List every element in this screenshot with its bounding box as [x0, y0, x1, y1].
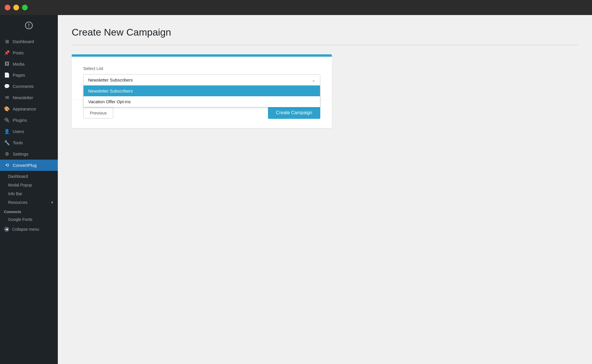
appearance-icon: 🎨: [4, 106, 10, 112]
settings-icon: ⚙: [4, 151, 10, 157]
campaign-card: Select List Newsletter Subscribers ⌄ New…: [72, 54, 332, 128]
sidebar-sub-info-bar[interactable]: Info Bar: [0, 189, 58, 198]
sidebar-sub-resources[interactable]: Resources ▼: [0, 198, 58, 207]
previous-button[interactable]: Previous: [83, 107, 113, 119]
sidebar-item-pages[interactable]: 📄 Pages: [0, 69, 58, 81]
create-campaign-button[interactable]: Create Campaign: [268, 107, 320, 119]
convertplug-submenu: Dashboard Modal Popup Info Bar Resources…: [0, 172, 58, 207]
sidebar: ⊞ Dashboard 📌 Posts 🖼 Media 📄 Pages 💬 Co…: [0, 15, 58, 364]
divider: [72, 45, 578, 45]
chevron-down-icon: ⌄: [312, 78, 315, 82]
sidebar-sub-modal-popup[interactable]: Modal Popup: [0, 181, 58, 189]
users-icon: 👤: [4, 129, 10, 134]
collapse-icon: ◀: [4, 227, 9, 232]
sidebar-item-dashboard[interactable]: ⊞ Dashboard: [0, 36, 58, 47]
titlebar: [0, 0, 592, 15]
sidebar-item-newsletter[interactable]: ✉ Newsletter: [0, 92, 58, 103]
sidebar-item-convertplug[interactable]: ⟲ ConvertPlug: [0, 160, 58, 171]
pages-icon: 📄: [4, 72, 10, 78]
minimize-button[interactable]: [13, 5, 19, 10]
select-display[interactable]: Newsletter Subscribers ⌄: [83, 74, 320, 86]
convertplug-icon: ⟲: [4, 162, 10, 168]
connects-label: Connects: [0, 207, 58, 215]
card-body: Select List Newsletter Subscribers ⌄ New…: [72, 57, 332, 97]
card-top-bar: [72, 54, 332, 57]
close-button[interactable]: [5, 5, 10, 10]
select-container: Newsletter Subscribers ⌄ Newsletter Subs…: [83, 74, 320, 86]
sidebar-item-users[interactable]: 👤 Users: [0, 126, 58, 137]
sidebar-item-comments[interactable]: 💬 Comments: [0, 81, 58, 92]
sidebar-sub-dashboard[interactable]: Dashboard: [0, 172, 58, 181]
comments-icon: 💬: [4, 84, 10, 89]
select-dropdown: Newsletter Subscribers Vacation Offer Op…: [83, 86, 320, 107]
sidebar-item-tools[interactable]: 🔧 Tools: [0, 137, 58, 148]
collapse-menu[interactable]: ◀ Collapse menu: [0, 224, 58, 235]
newsletter-icon: ✉: [4, 95, 10, 100]
sidebar-sub-google-fonts[interactable]: Google Fonts: [0, 215, 58, 224]
dashboard-icon: ⊞: [4, 39, 10, 44]
sidebar-item-appearance[interactable]: 🎨 Appearance: [0, 103, 58, 114]
select-option-vacation[interactable]: Vacation Offer Opt-ins: [84, 96, 320, 107]
select-list-label: Select List: [83, 66, 320, 71]
sidebar-item-settings[interactable]: ⚙ Settings: [0, 148, 58, 160]
select-value: Newsletter Subscribers: [88, 77, 133, 82]
media-icon: 🖼: [4, 61, 10, 66]
posts-icon: 📌: [4, 50, 10, 56]
select-option-newsletter[interactable]: Newsletter Subscribers: [84, 86, 320, 96]
sidebar-item-plugins[interactable]: 🔌 Plugins: [0, 114, 58, 126]
tools-icon: 🔧: [4, 140, 10, 145]
chevron-down-icon: ▼: [51, 201, 54, 204]
maximize-button[interactable]: [22, 5, 28, 10]
sidebar-item-media[interactable]: 🖼 Media: [0, 58, 58, 69]
wp-logo: [0, 17, 58, 34]
page-title: Create New Campaign: [72, 27, 578, 38]
sidebar-item-posts[interactable]: 📌 Posts: [0, 47, 58, 58]
main-content: Create New Campaign Select List Newslett…: [58, 15, 592, 364]
plugins-icon: 🔌: [4, 117, 10, 123]
app-layout: ⊞ Dashboard 📌 Posts 🖼 Media 📄 Pages 💬 Co…: [0, 15, 592, 364]
